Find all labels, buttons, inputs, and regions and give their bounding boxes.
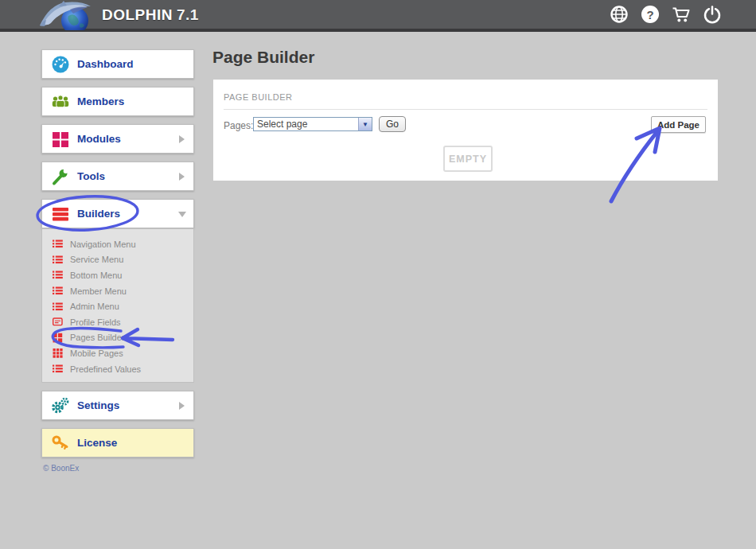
pages-label: Pages: [224,120,253,131]
panel-divider [224,109,707,110]
sidebar-item-members[interactable]: Members [41,87,194,116]
sidebar-item-label: Settings [77,399,119,411]
sidebar-item-modules[interactable]: Modules [41,124,194,154]
topbar-divider [0,29,756,32]
add-page-button[interactable]: Add Page [651,116,706,133]
panel-caption: PAGE BUILDER [224,92,293,102]
sidebar-item-label: Builders [77,208,120,220]
list-icon [53,302,63,312]
list-icon [53,270,63,280]
list-icon [53,255,63,265]
submenu-item-navigation-menu[interactable]: Navigation Menu [42,236,193,252]
chevron-down-icon [178,212,186,217]
help-icon[interactable]: ? [641,5,660,24]
list-icon [53,364,63,374]
chevron-right-icon [179,173,185,181]
submenu-item-label: Profile Fields [70,317,121,327]
cart-icon[interactable] [672,5,691,24]
svg-text:?: ? [646,8,653,21]
sidebar-item-dashboard[interactable]: Dashboard [41,49,194,79]
app-version: 7.1 [177,6,199,23]
sidebar-item-builders[interactable]: Builders [41,199,194,228]
gears-icon [51,396,70,415]
submenu-item-mobile-pages[interactable]: Mobile Pages [42,345,193,361]
submenu-item-member-menu[interactable]: Member Menu [42,283,193,299]
page-title: Page Builder [212,48,314,67]
grid4-icon [53,333,63,343]
power-icon[interactable] [703,5,722,24]
submenu-item-pages-builder[interactable]: Pages Builder [42,330,193,346]
submenu-item-label: Mobile Pages [70,348,123,358]
copyright-text: © BoonEx [43,464,79,473]
page-select-value: Select page [254,119,358,130]
field-icon [53,317,63,327]
submenu-item-label: Admin Menu [70,302,119,311]
submenu-item-profile-fields[interactable]: Profile Fields [42,314,193,330]
submenu-item-label: Member Menu [70,286,127,296]
submenu-item-label: Pages Builder [70,333,125,342]
globe-icon[interactable] [610,5,629,24]
chevron-right-icon [179,402,185,410]
submenu-item-label: Service Menu [70,255,123,264]
select-dropdown-arrow-icon[interactable]: ▼ [358,118,372,130]
page-builder-panel: PAGE BUILDER Pages: Select page ▼ Go Add… [213,80,718,181]
submenu-item-label: Navigation Menu [70,239,136,249]
topbar-actions: ? [610,0,722,29]
sidebar-item-label: Members [77,95,124,107]
dolphin-logo-icon [35,0,97,30]
list-icon [53,286,63,296]
submenu-item-admin-menu[interactable]: Admin Menu [42,298,193,314]
sidebar-item-settings[interactable]: Settings [41,391,194,420]
sidebar-item-license[interactable]: License [41,428,194,458]
key-icon [51,434,70,453]
members-icon [51,92,70,111]
submenu-item-predefined-values[interactable]: Predefined Values [42,361,193,377]
wrench-icon [51,167,70,186]
submenu-item-service-menu[interactable]: Service Menu [42,252,193,268]
sidebar-item-tools[interactable]: Tools [41,162,194,191]
list-icon [53,239,63,249]
admin-page: DOLPHIN7.1 ? [0,0,756,549]
go-button[interactable]: Go [379,116,406,132]
sidebar-item-label: Tools [77,170,105,182]
dashboard-gauge-icon [51,55,70,74]
chevron-right-icon [179,135,185,143]
sidebar-item-label: Modules [77,133,121,145]
modules-grid-icon [51,130,70,149]
builders-submenu: Navigation Menu Service Menu Bottom Menu… [41,228,194,383]
empty-placeholder: EMPTY [443,146,493,172]
submenu-item-bottom-menu[interactable]: Bottom Menu [42,267,193,283]
submenu-item-label: Bottom Menu [70,271,122,280]
sidebar-item-label: License [77,437,117,449]
builders-bars-icon [51,204,70,224]
grid9-icon [53,348,63,358]
submenu-item-label: Predefined Values [70,364,141,374]
app-name: DOLPHIN [102,6,173,23]
page-select[interactable]: Select page ▼ [253,117,372,131]
sidebar-item-label: Dashboard [77,58,134,70]
app-title: DOLPHIN7.1 [102,0,199,29]
